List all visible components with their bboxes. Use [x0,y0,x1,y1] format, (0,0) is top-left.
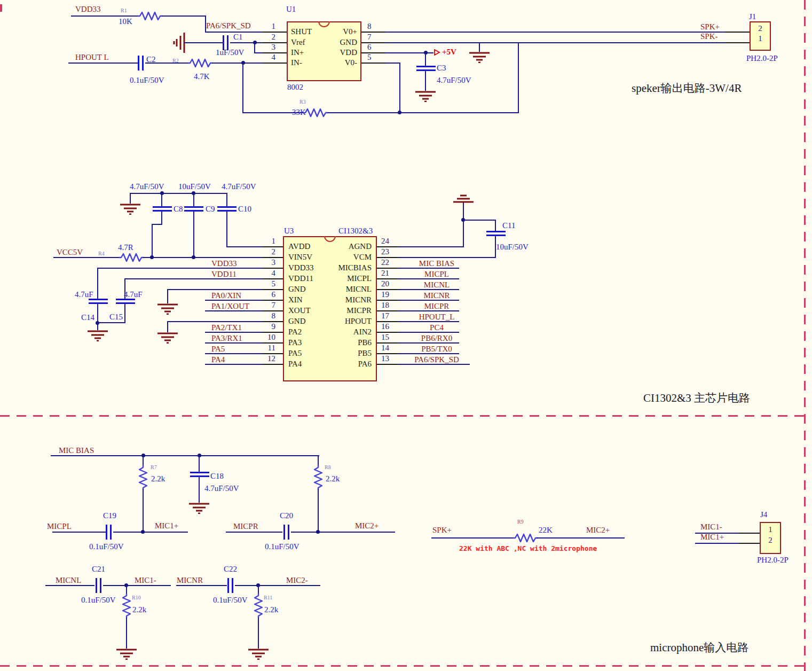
wire [71,15,138,17]
net-label-spk-plus: SPK+ [700,23,720,31]
wire [399,63,400,113]
pin-stub [377,342,398,344]
c14-ref: C14 [81,314,94,322]
c19-value: 0.1uF/50V [89,543,124,551]
ground-symbol-inverted[interactable] [453,194,474,203]
wire [103,585,171,586]
junction-dot [150,255,154,259]
wire [126,618,127,649]
wire [152,224,162,225]
capacitor-c14[interactable] [89,299,108,304]
capacitor-c15[interactable] [116,299,135,304]
ground-symbol[interactable] [157,303,178,315]
capacitor-c2[interactable] [138,56,144,71]
wire [695,543,738,544]
wire [398,268,459,269]
c3-ref: C3 [437,64,446,72]
ground-symbol[interactable] [248,648,269,660]
wire [463,220,496,221]
j1-part: PH2.0-2P [746,54,778,63]
capacitor-c20[interactable] [283,525,289,540]
ground-symbol[interactable] [469,51,490,63]
net-label-spk-plus-bottom: SPK+ [432,526,452,534]
net-label-mic1-plus: MIC1+ [155,522,178,530]
r7-ref: R7 [151,465,157,470]
wire [68,63,138,64]
capacitor-c9[interactable] [184,206,203,212]
ground-symbol[interactable] [87,330,108,341]
wire [254,42,255,53]
wire [167,321,168,332]
r4-value: 4.7R [118,244,133,252]
wire [97,268,98,299]
wire [235,585,320,586]
pin-stub [738,533,760,534]
ground-symbol[interactable] [415,90,436,102]
resistor-r9[interactable] [513,533,538,543]
wire [399,112,519,113]
resistor-r3[interactable] [303,108,328,118]
pin-stub [361,42,385,43]
wire [425,52,426,66]
pin-stub [377,278,398,279]
capacitor-c19[interactable] [106,525,112,540]
wire [463,201,464,247]
wire [124,304,125,323]
u1-pin-number: 4 [263,53,275,61]
net-label-vdd33: VDD33 [75,5,101,13]
u1-pin-name: V0+ [320,28,357,36]
j1-pin-number: 2 [750,25,771,33]
net-label-mic-bias: MIC BIAS [59,447,94,455]
resistor-r2[interactable] [188,58,212,68]
c10-value: 4.7uF/50V [222,183,256,191]
pin-stub [377,289,398,290]
resistor-r1[interactable] [138,11,162,21]
ground-symbol[interactable] [116,648,137,660]
c8-ref: C8 [174,205,183,213]
u1-pin-number: 2 [263,33,275,41]
capacitor-c10[interactable] [217,206,236,212]
capacitor-c3[interactable] [416,66,436,71]
u3-right-pin-numbers: 242322212019181716151413 [381,237,403,365]
resistor-r10[interactable] [122,594,131,618]
ground-symbol[interactable] [188,502,210,514]
wire [161,212,162,225]
border-fragment [0,4,2,12]
pin-stub [377,321,398,322]
wire [385,63,400,64]
pin-stub [377,364,398,365]
resistor-r8[interactable] [313,465,323,490]
capacitor-c11[interactable] [486,231,506,236]
c15-value: 4.7uF [124,291,143,299]
resistor-r4[interactable] [119,253,144,262]
wire [167,289,168,303]
c8-value: 4.7uF/50V [130,183,164,191]
capacitor-c21[interactable] [96,578,101,593]
capacitor-c8[interactable] [153,206,172,212]
j4-pin-number: 2 [760,536,781,544]
capacitor-c22[interactable] [227,578,233,593]
pin-stub [377,353,398,354]
net-label-mic1-minus-j4: MIC1- [700,523,722,531]
j4-ref: J4 [760,511,767,519]
net-label-mic1-minus: MIC1- [135,576,156,584]
wire [162,15,206,17]
u1-pin-name: GND [320,38,357,46]
ground-symbol[interactable] [120,203,141,215]
resistor-r7[interactable] [138,465,148,490]
wire [398,300,459,301]
c15-ref: C15 [109,313,123,321]
pin-stub [725,32,750,33]
wire [226,193,227,206]
wire [398,278,459,279]
wire [398,257,496,258]
pin-stub [738,543,760,544]
capacitor-c18[interactable] [190,472,209,477]
resistor-r11[interactable] [254,594,263,618]
plus5v-arrow-icon [434,49,440,56]
wire [130,193,227,194]
ground-symbol[interactable] [157,332,178,344]
pin-stub [377,310,398,311]
wire [97,304,98,323]
r10-value: 2.2k [132,606,146,614]
